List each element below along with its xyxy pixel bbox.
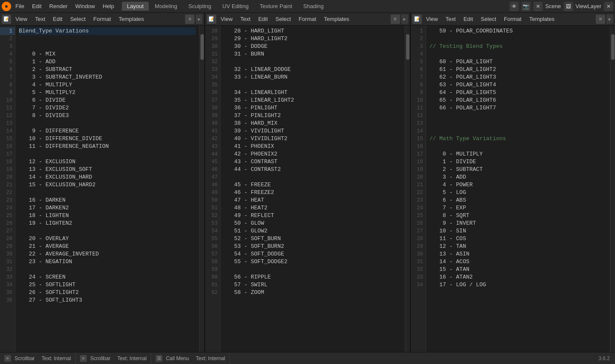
editor-middle: 📝 View Text Edit Select Format Templates… [205,13,410,352]
code-line: 15 - EXCLUSION_HARD2 [19,181,196,189]
code-line: 14 - ACOS [430,258,606,266]
view-layer-icon[interactable]: 🖼 [564,2,573,11]
tab-layout[interactable]: Layout [122,2,149,11]
right-collapse-btn[interactable]: ▶ [606,15,613,24]
editor-type-icon-middle[interactable]: 📝 [207,15,216,24]
view-layer-label: ViewLayer [576,3,601,9]
left-menu-templates[interactable]: Templates [115,15,147,23]
left-menu-format[interactable]: Format [90,15,114,23]
code-line [430,120,606,127]
left-collapse-btn[interactable]: ▶ [196,15,203,24]
code-line: 7 - EXP [430,204,606,212]
left-header-icon2[interactable]: ≡ [185,15,194,24]
right-header-icon2[interactable]: ≡ [596,15,605,24]
middle-menu-select[interactable]: Select [272,15,294,23]
status-icon-right[interactable]: ☰ [156,355,162,362]
code-line: 23 - NEGATION [19,258,196,266]
code-line: 58 - ZOOM [224,289,401,296]
code-line [224,81,401,89]
code-line: 10 - DIFFERENCE_DIVIDE [19,135,196,143]
status-text-middle: Text: Internal [117,355,147,361]
code-line: 63 - POLAR_LIGHT4 [430,81,606,89]
status-label-middle: Scrollbar [90,355,110,361]
code-line: 1 - DIVIDE [430,158,606,166]
right-menu-view[interactable]: View [423,15,441,23]
code-line: 32 - LINEAR_DODGE [224,66,401,73]
view-layer-close[interactable]: ✕ [604,2,613,11]
tab-sculpting[interactable]: Sculpting [183,2,216,11]
right-scrollbar-thumb[interactable] [611,34,615,60]
left-scrollbar[interactable] [199,26,204,352]
right-menu-templates[interactable]: Templates [526,15,558,23]
editor-type-icon-right[interactable]: 📝 [412,15,422,24]
left-menu-view[interactable]: View [12,15,31,23]
code-line: 8 - DIVIDE3 [19,112,196,120]
code-line: 11 - DIFFERENCE_NEGATION [19,143,196,150]
code-line [430,143,606,150]
render-icon[interactable]: 📷 [521,2,531,11]
status-text-left: Text: Internal [41,355,71,361]
code-line: 62 - POLAR_LIGHT3 [430,73,606,81]
right-menu-text[interactable]: Text [442,15,459,23]
status-icon-middle[interactable]: ≡ [80,355,87,362]
middle-menu-text[interactable]: Text [237,15,254,23]
top-menu-bar: File Edit Render Window Help Layout Mode… [0,0,615,13]
middle-header-icon2[interactable]: ≡ [391,15,400,24]
code-line: 47 - HEAT [224,197,401,204]
middle-menu-format[interactable]: Format [295,15,320,23]
code-line: 6 - DIVIDE [19,97,196,104]
code-line: 5 - MULTIPLY2 [19,89,196,97]
right-scrollbar[interactable] [610,26,615,352]
middle-menu-view[interactable]: View [217,15,236,23]
middle-code-content[interactable]: 28 - HARD_LIGHT 29 - HARD_LIGHT2 30 - DO… [221,26,404,352]
code-line [19,120,196,127]
code-line [430,50,606,58]
tab-modeling[interactable]: Modeling [150,2,182,11]
code-line: 12 - TAN [430,243,606,250]
left-code-content[interactable]: Blend_Type Variations 0 - MIX 1 - ADD 2 … [15,26,199,352]
middle-menu-templates[interactable]: Templates [321,15,353,23]
code-line [430,127,606,135]
menu-help[interactable]: Help [99,2,118,11]
middle-menu-edit[interactable]: Edit [255,15,271,23]
tab-shading[interactable]: Shading [298,2,329,11]
code-line [19,266,196,273]
right-menu-select[interactable]: Select [477,15,500,23]
left-menu-text[interactable]: Text [32,15,49,23]
left-scrollbar-thumb[interactable] [200,34,204,60]
middle-scrollbar-thumb[interactable] [406,34,409,60]
menu-window[interactable]: Window [72,2,98,11]
code-line: 27 - SOFT_LIGHT3 [19,296,196,304]
menu-file[interactable]: File [12,2,28,11]
editor-type-icon-left[interactable]: 📝 [2,15,11,24]
code-line [19,189,196,197]
code-line: 52 - SOFT_BURN [224,235,401,243]
code-line: 4 - MULTIPLY [19,81,196,89]
code-line: 57 - SWIRL [224,281,401,289]
scene-settings-close[interactable]: ✕ [533,2,543,11]
code-line: 45 - FREEZE [224,181,401,189]
code-line: 54 - SOFT_DODGE [224,250,401,258]
code-line: 31 - BURN [224,50,401,58]
code-line: 13 - ASIN [430,250,606,258]
tab-uv-editing[interactable]: UV Editing [217,2,253,11]
status-label-right: Call Menu [166,355,189,361]
code-line: 15 - ATAN [430,266,606,273]
code-line: 28 - HARD_LIGHT [224,27,401,35]
status-icon-left[interactable]: ≡ [4,355,11,362]
scene-icon[interactable]: 👁 [509,2,519,11]
blender-logo[interactable] [2,2,11,11]
right-menu-format[interactable]: Format [500,15,525,23]
middle-collapse-btn[interactable]: ▶ [401,15,408,24]
left-menu-select[interactable]: Select [67,15,89,23]
code-line [224,58,401,66]
tab-texture-paint[interactable]: Texture Paint [255,2,297,11]
right-code-content[interactable]: 59 - POLAR_COORDINATES// Testing Blend T… [426,26,610,352]
left-menu-edit[interactable]: Edit [50,15,66,23]
middle-scrollbar[interactable] [405,26,410,352]
menu-edit[interactable]: Edit [29,2,45,11]
right-menu-edit[interactable]: Edit [460,15,476,23]
code-line: 16 - ATAN2 [430,273,606,281]
menu-render[interactable]: Render [46,2,71,11]
code-line: 44 - CONTRAST2 [224,166,401,173]
